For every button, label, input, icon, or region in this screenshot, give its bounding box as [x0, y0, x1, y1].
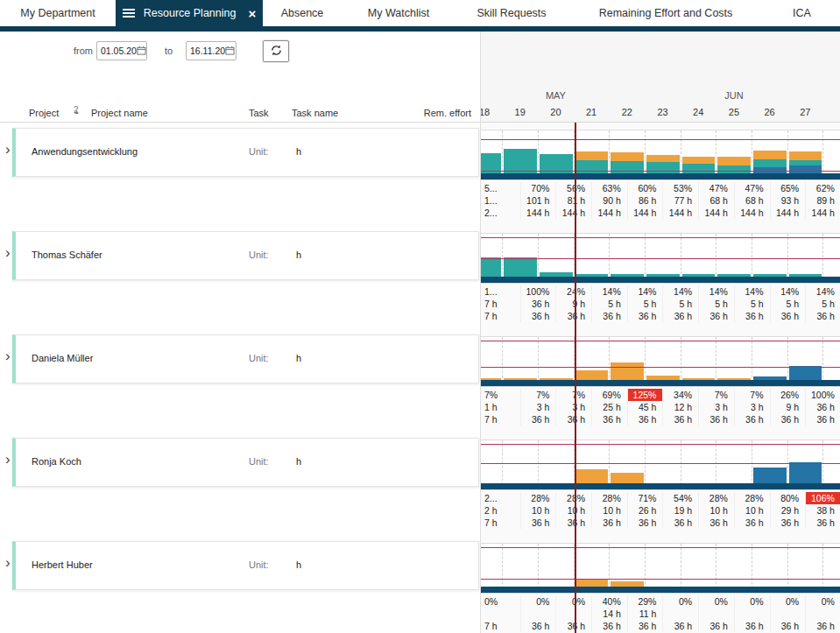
tab-ica[interactable]: ICA	[764, 0, 840, 26]
today-marker	[575, 123, 576, 633]
value-cell: 93 h	[770, 194, 806, 207]
value-cell: 0%	[770, 595, 806, 608]
week-label: 23	[657, 107, 667, 117]
value-cell	[770, 608, 806, 620]
value-cell	[662, 608, 698, 620]
resource-card[interactable]: AnwendungsentwicklungUnit:h	[12, 128, 479, 177]
value-cell: 144 h	[520, 207, 556, 219]
expand-chevron[interactable]: ›	[5, 452, 11, 467]
value-cell: 5 h	[698, 298, 734, 310]
value-cell: 29 h	[770, 504, 806, 517]
bar-segment-blue	[789, 165, 822, 173]
tab-remaining-effort-and-costs[interactable]: Remaining Effort and Costs	[568, 0, 764, 26]
value-cell: 14%	[627, 285, 663, 298]
value-cell: 10 h	[591, 504, 627, 517]
value-cell: 62%	[805, 182, 840, 194]
tab-resource-planning[interactable]: Resource Planning×	[116, 0, 263, 26]
bar-week-27	[787, 440, 823, 489]
utilization-chart	[481, 543, 840, 594]
bar-week-19	[502, 337, 538, 386]
to-date-input[interactable]: 16.11.20	[186, 41, 236, 60]
value-cell: 9 h	[555, 298, 591, 310]
column-header-project-name[interactable]: Project name	[91, 108, 148, 118]
resource-card[interactable]: Ronja KochUnit:h	[12, 438, 479, 487]
expand-chevron[interactable]: ›	[5, 555, 11, 570]
column-header-project[interactable]: Project	[29, 108, 59, 118]
value-cell: 9 h	[770, 401, 806, 413]
tab-my-watchlist[interactable]: My Watchlist	[342, 0, 455, 26]
value-cell: 28%	[734, 492, 770, 504]
resource-name: Ronja Koch	[32, 456, 81, 467]
value-cell: 0%	[698, 595, 734, 608]
value-cell: 36 h	[555, 310, 591, 322]
project-row: ›Daniela MüllerUnit:h	[0, 329, 480, 433]
value-cell: 3 h	[555, 401, 591, 413]
month-label: MAY	[546, 90, 566, 101]
utilization-chart	[481, 130, 840, 180]
column-header-rem-effort[interactable]: Rem. effort	[424, 108, 471, 118]
value-cell: 7 h	[484, 298, 520, 310]
value-cell: 47%	[734, 182, 770, 194]
expand-chevron[interactable]: ›	[5, 245, 11, 260]
bar-week-21	[574, 130, 610, 179]
value-cell: 14%	[591, 285, 627, 298]
resource-card[interactable]: Herbert HuberUnit:h	[12, 541, 479, 590]
value-cell: 26%	[770, 389, 806, 401]
close-tab-icon[interactable]: ×	[248, 7, 256, 20]
value-cell: 0%	[805, 595, 840, 608]
value-cell: 0%	[662, 595, 698, 608]
bar-segment-teal	[481, 257, 501, 277]
value-cell: 1...	[484, 285, 520, 298]
calendar-icon[interactable]	[137, 46, 146, 57]
value-cell: 36 h	[805, 517, 840, 529]
calendar-icon[interactable]	[225, 46, 235, 57]
bar-week-22	[609, 337, 645, 386]
bar-week-21	[574, 440, 610, 489]
value-cell: 7%	[484, 389, 520, 401]
unit-value: h	[296, 353, 301, 363]
column-header-task[interactable]: Task	[249, 108, 269, 118]
bar-week-18	[481, 544, 502, 593]
value-cell: 144 h	[591, 207, 627, 219]
timeline-header: MAYJUN18192021222324252627	[481, 32, 840, 123]
timeline-row: 5...70%56%63%60%53%47%47%65%62%1...101 h…	[481, 123, 840, 226]
expand-chevron[interactable]: ›	[5, 348, 11, 363]
tab-label: My Department	[20, 7, 95, 19]
booked-hours-row: 1...101 h81 h90 h86 h77 h68 h68 h93 h89 …	[484, 194, 840, 207]
value-cell: 7%	[555, 389, 591, 401]
value-cell: 63%	[591, 182, 627, 194]
bar-segment-blue	[753, 468, 787, 483]
bar-segment-orange	[682, 157, 716, 164]
timeline-panel: MAYJUN18192021222324252627 5...70%56%63%…	[480, 32, 840, 633]
from-date-value: 01.05.20	[101, 46, 137, 56]
column-header-task-name[interactable]: Task name	[292, 108, 338, 118]
bar-segment-orange	[611, 473, 644, 483]
bar-week-25	[716, 337, 752, 386]
value-cell: 12 h	[662, 401, 698, 413]
value-cell: 54%	[662, 492, 698, 504]
resource-name: Thomas Schäfer	[32, 250, 102, 260]
capacity-bar	[481, 277, 840, 283]
bar-segment-blue	[789, 462, 822, 483]
menu-icon[interactable]	[123, 12, 135, 14]
refresh-button[interactable]	[263, 40, 289, 62]
value-cell: 0%	[734, 595, 770, 608]
tab-label: My Watchlist	[368, 7, 429, 19]
expand-chevron[interactable]: ›	[5, 142, 11, 157]
value-cell: 36 h	[770, 413, 806, 426]
tab-skill-requests[interactable]: Skill Requests	[455, 0, 568, 26]
value-cell: 14%	[805, 285, 840, 298]
value-cell: 5 h	[770, 298, 806, 310]
from-date-input[interactable]: 01.05.20	[96, 41, 147, 60]
value-cell: 144 h	[734, 207, 770, 219]
tab-absence[interactable]: Absence	[263, 0, 342, 26]
resource-card[interactable]: Daniela MüllerUnit:h	[12, 334, 479, 383]
value-cell: 36 h	[734, 620, 770, 632]
bar-week-26	[752, 130, 787, 179]
resource-card[interactable]: Thomas SchäferUnit:h	[12, 231, 479, 280]
value-cell: 19 h	[662, 504, 698, 517]
limit-line	[481, 139, 840, 140]
tab-my-department[interactable]: My Department	[0, 0, 116, 26]
value-cell: 34%	[662, 389, 698, 401]
tab-label: Skill Requests	[476, 7, 546, 19]
